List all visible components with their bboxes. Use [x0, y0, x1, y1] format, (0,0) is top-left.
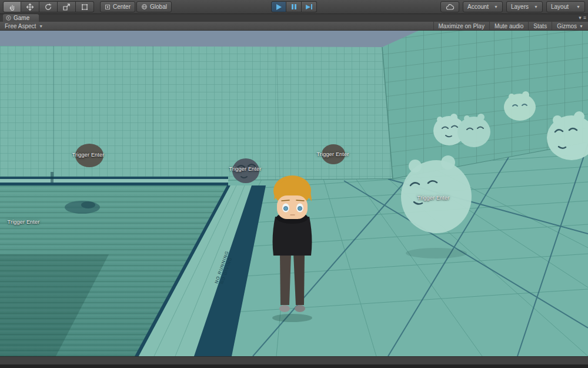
- game-toolbar-right: Maximize on Play Mute audio Stats Gizmos…: [433, 22, 588, 30]
- transform-tools: [3, 1, 94, 12]
- trigger-enter-label: Trigger Enter: [317, 151, 349, 157]
- layers-dropdown[interactable]: Layers ▼: [506, 1, 543, 12]
- unity-editor-window: Center Global: [0, 0, 588, 368]
- play-controls: [271, 1, 317, 12]
- play-icon: [276, 4, 282, 10]
- pivot-center-button[interactable]: Center: [100, 1, 135, 12]
- play-button[interactable]: [271, 1, 286, 12]
- rotate-icon: [44, 3, 52, 11]
- pool: NO RUNNING NO DIVING: [0, 172, 266, 356]
- layout-label: Layout: [551, 4, 569, 10]
- orientation-global-label: Global: [150, 4, 167, 10]
- move-icon: [26, 3, 34, 11]
- aspect-label: Free Aspect: [5, 23, 36, 29]
- trigger-enter-label: Trigger Enter: [72, 152, 105, 158]
- account-label: Account: [467, 4, 489, 10]
- pool-ladder: [51, 172, 54, 183]
- pause-icon: [292, 4, 296, 9]
- maximize-on-play-label: Maximize on Play: [439, 23, 485, 29]
- center-pivot-icon: [105, 4, 111, 10]
- pause-button[interactable]: [286, 1, 302, 12]
- status-bar-lower: [0, 364, 588, 368]
- trigger-enter-label: Trigger Enter: [8, 219, 40, 225]
- mute-audio-label: Mute audio: [495, 23, 523, 29]
- account-dropdown[interactable]: Account ▼: [463, 1, 503, 12]
- main-toolbar: Center Global: [0, 0, 588, 14]
- status-bar: [0, 356, 588, 368]
- scale-tool-button[interactable]: [58, 1, 76, 12]
- hand-tool-button[interactable]: [3, 1, 21, 12]
- layers-label: Layers: [511, 4, 529, 10]
- trigger-enter-label: Trigger Enter: [229, 166, 262, 172]
- tab-game-label: Game: [14, 15, 29, 22]
- chevron-down-icon: ▼: [39, 24, 43, 28]
- cloud-button[interactable]: [440, 1, 459, 12]
- mute-audio-button[interactable]: Mute audio: [489, 22, 528, 30]
- aspect-dropdown[interactable]: Free Aspect ▼: [0, 22, 48, 30]
- view-tab-bar: Game ▾ ≡: [0, 14, 588, 22]
- rect-tool-button[interactable]: [76, 1, 94, 12]
- gizmos-label: Gizmos: [557, 23, 577, 29]
- pivot-center-label: Center: [113, 4, 131, 10]
- cloud-icon: [446, 4, 455, 11]
- tab-game[interactable]: Game: [3, 14, 39, 22]
- toolbar-right: Account ▼ Layers ▼ Layout ▼: [440, 1, 585, 12]
- game-viewport[interactable]: NO RUNNING NO DIVING: [0, 31, 588, 356]
- globe-icon: [141, 4, 148, 10]
- pivot-controls: Center Global: [100, 1, 172, 12]
- stats-label: Stats: [533, 23, 547, 29]
- move-tool-button[interactable]: [21, 1, 39, 12]
- stats-button[interactable]: Stats: [528, 22, 552, 30]
- game-scene: NO RUNNING NO DIVING: [0, 31, 588, 356]
- tab-options[interactable]: ▾ ≡: [579, 14, 586, 21]
- trigger-enter-label: Trigger Enter: [417, 195, 450, 201]
- dropdown-icon: ▾: [579, 14, 582, 21]
- menu-icon: ≡: [583, 14, 586, 21]
- maximize-on-play-button[interactable]: Maximize on Play: [433, 22, 489, 30]
- hand-icon: [8, 3, 16, 11]
- chevron-down-icon: ▼: [576, 5, 580, 9]
- character-shadow: [272, 314, 312, 322]
- gizmos-dropdown[interactable]: Gizmos ▼: [552, 22, 588, 30]
- game-view-icon: [6, 15, 11, 21]
- chevron-down-icon: ▼: [494, 5, 498, 9]
- chevron-down-icon: ▼: [579, 24, 583, 28]
- rotate-tool-button[interactable]: [39, 1, 58, 12]
- rect-icon: [81, 3, 89, 11]
- orientation-global-button[interactable]: Global: [136, 1, 172, 12]
- game-view-toolbar: Free Aspect ▼ Maximize on Play Mute audi…: [0, 22, 588, 31]
- layout-dropdown[interactable]: Layout ▼: [546, 1, 585, 12]
- scale-icon: [62, 3, 71, 11]
- pool-object: [65, 201, 100, 214]
- step-button[interactable]: [302, 1, 317, 12]
- step-icon: [306, 4, 312, 9]
- chevron-down-icon: ▼: [534, 5, 538, 9]
